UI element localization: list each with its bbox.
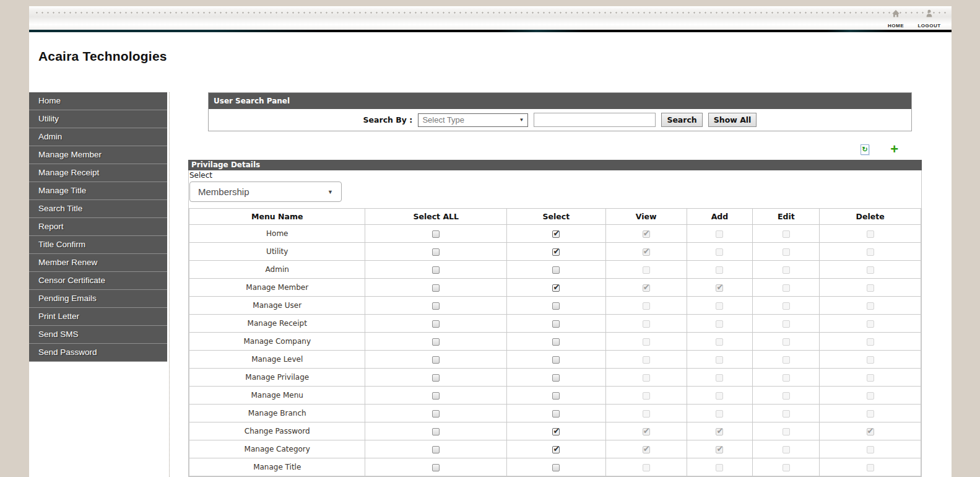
checkbox-select[interactable]: [552, 410, 560, 418]
sidebar-item-manage-title[interactable]: Manage Title: [29, 182, 167, 200]
sidebar-item-send-password[interactable]: Send Password: [29, 344, 167, 362]
cell-select-all: [365, 387, 507, 405]
checkbox-view: [643, 356, 650, 364]
search-button[interactable]: Search: [661, 113, 702, 127]
sidebar-item-home[interactable]: Home: [29, 92, 167, 110]
cell-select-all: [365, 405, 507, 422]
sidebar-item-report[interactable]: Report: [29, 218, 167, 236]
sidebar-item-print-letter[interactable]: Print Letter: [29, 308, 167, 326]
sidebar-item-pending-emails[interactable]: Pending Emails: [29, 290, 167, 308]
sidebar-item-search-title[interactable]: Search Title: [29, 200, 167, 218]
checkbox-select-all[interactable]: [432, 410, 440, 418]
checkbox-delete: [867, 320, 874, 328]
checkbox-select[interactable]: [552, 464, 560, 471]
checkbox-select-all[interactable]: [432, 464, 440, 471]
checkbox-select-all[interactable]: [432, 392, 440, 400]
checkbox-select[interactable]: [552, 230, 560, 238]
checkbox-select-all[interactable]: [432, 230, 440, 238]
main-area: User Search Panel Search By : Select Typ…: [170, 92, 952, 477]
cell-edit: [753, 297, 820, 315]
privilege-details-section: Privilage Details Select Membership ▼: [188, 160, 922, 477]
checkbox-select-all[interactable]: [432, 266, 440, 274]
sidebar-item-manage-member[interactable]: Manage Member: [29, 146, 167, 164]
checkbox-select-all[interactable]: [432, 284, 440, 292]
cell-view: [605, 440, 687, 458]
checkbox-select-all[interactable]: [432, 320, 440, 328]
select-label: Select: [189, 170, 921, 181]
column-header-add: Add: [687, 209, 753, 225]
checkbox-select[interactable]: [552, 302, 560, 310]
checkbox-view: [643, 320, 650, 328]
search-type-select[interactable]: Select Type ▼: [418, 113, 528, 127]
membership-select-value: Membership: [198, 186, 249, 197]
checkbox-select-all[interactable]: [432, 248, 440, 256]
checkbox-select[interactable]: [552, 320, 560, 328]
cell-select: [507, 243, 606, 261]
checkbox-select[interactable]: [552, 428, 560, 435]
column-header-menu-name: Menu Name: [189, 209, 365, 225]
cell-edit: [753, 422, 820, 440]
checkbox-select[interactable]: [552, 284, 560, 292]
checkbox-view: [643, 284, 650, 292]
sidebar-nav: HomeUtilityAdminManage MemberManage Rece…: [29, 92, 167, 477]
checkbox-select[interactable]: [552, 446, 560, 453]
sidebar-item-send-sms[interactable]: Send SMS: [29, 326, 167, 344]
cell-select: [507, 279, 606, 297]
sidebar-item-admin[interactable]: Admin: [29, 128, 167, 146]
cell-edit: [753, 315, 820, 333]
table-row-manage-branch: Manage Branch: [189, 405, 921, 422]
privilege-toolbar: ↻ +: [188, 142, 922, 156]
add-icon[interactable]: +: [890, 143, 898, 155]
toolbar-dotted-texture: [34, 12, 947, 14]
checkbox-view: [643, 230, 650, 238]
cell-delete: [820, 333, 921, 351]
refresh-export-icon[interactable]: ↻: [861, 144, 869, 155]
checkbox-edit: [783, 410, 790, 418]
checkbox-select[interactable]: [552, 266, 560, 274]
checkbox-select[interactable]: [552, 392, 560, 400]
table-row-change-password: Change Password: [189, 422, 921, 440]
checkbox-select[interactable]: [552, 374, 560, 382]
cell-view: [605, 261, 687, 279]
checkbox-view: [643, 410, 650, 418]
checkbox-select-all[interactable]: [432, 374, 440, 382]
checkbox-select[interactable]: [552, 248, 560, 256]
show-all-button[interactable]: Show All: [708, 113, 757, 127]
checkbox-select-all[interactable]: [432, 446, 440, 453]
sidebar-item-censor-certificate[interactable]: Censor Certificate: [29, 272, 167, 290]
home-link[interactable]: HOME: [881, 9, 911, 28]
column-header-select-all: Select ALL: [365, 209, 507, 225]
sidebar-item-utility[interactable]: Utility: [29, 110, 167, 128]
checkbox-delete: [867, 338, 874, 346]
checkbox-add: [716, 446, 723, 453]
logout-link[interactable]: LOGOUT: [914, 9, 944, 28]
table-row-home: Home: [189, 225, 921, 243]
checkbox-add: [716, 230, 723, 238]
checkbox-view: [643, 302, 650, 310]
menu-name-cell: Manage Title: [189, 458, 365, 476]
checkbox-view: [643, 248, 650, 256]
search-input[interactable]: [534, 113, 656, 127]
checkbox-select-all[interactable]: [432, 356, 440, 364]
sidebar-item-member-renew[interactable]: Member Renew: [29, 254, 167, 272]
menu-name-cell: Manage Privilage: [189, 369, 365, 387]
cell-delete: [820, 387, 921, 405]
chevron-down-icon: ▼: [519, 117, 524, 123]
checkbox-select-all[interactable]: [432, 338, 440, 346]
cell-add: [687, 297, 753, 315]
cell-delete: [820, 225, 921, 243]
table-row-manage-user: Manage User: [189, 297, 921, 315]
membership-select[interactable]: Membership ▼: [189, 182, 342, 202]
cell-select: [507, 458, 606, 476]
cell-add: [687, 315, 753, 333]
sidebar-item-title-confirm[interactable]: Title Confirm: [29, 236, 167, 254]
checkbox-select-all[interactable]: [432, 302, 440, 310]
checkbox-delete: [867, 302, 874, 310]
checkbox-add: [716, 410, 723, 418]
sidebar-item-manage-receipt[interactable]: Manage Receipt: [29, 164, 167, 182]
cell-select-all: [365, 458, 507, 476]
checkbox-select[interactable]: [552, 338, 560, 346]
checkbox-select-all[interactable]: [432, 428, 440, 435]
checkbox-select[interactable]: [552, 356, 560, 364]
cell-select-all: [365, 440, 507, 458]
